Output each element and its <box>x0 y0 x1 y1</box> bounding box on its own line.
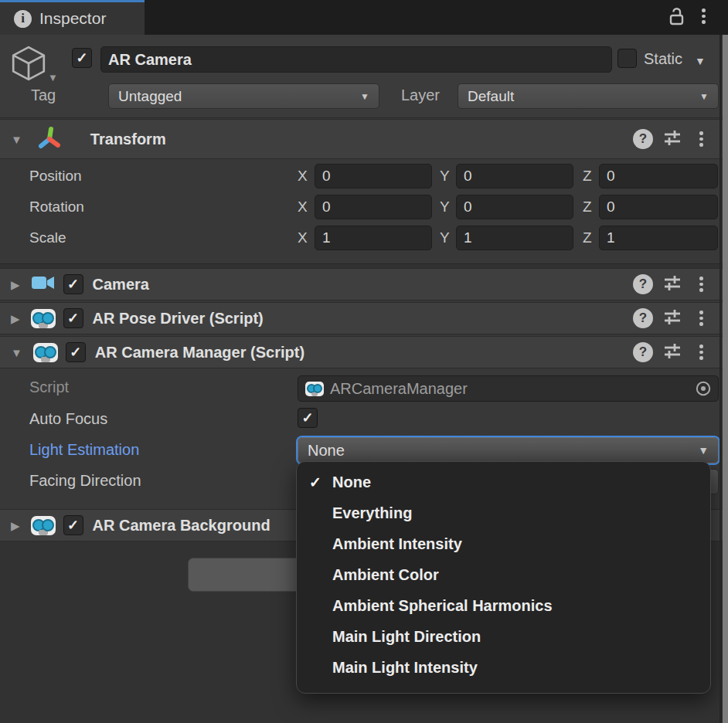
ar-pose-driver-presets-icon[interactable] <box>662 307 682 329</box>
camera-title: Camera <box>93 276 149 294</box>
light-estimation-menu: ✓ None Everything Ambient Intensity Ambi… <box>296 461 711 694</box>
rotation-label: Rotation <box>29 199 84 216</box>
transform-help-icon[interactable]: ? <box>633 129 653 149</box>
ar-pose-driver-help-icon[interactable]: ? <box>633 308 653 328</box>
unity-inspector-panel: i Inspector ▼ ✓ <box>0 0 728 723</box>
menu-item-none[interactable]: ✓ None <box>297 467 710 497</box>
static-checkbox[interactable] <box>617 49 637 68</box>
tab-inspector[interactable]: i Inspector <box>0 0 145 35</box>
ar-pose-driver-enabled-checkbox[interactable]: ✓ <box>63 308 83 328</box>
transform-title: Transform <box>90 131 166 148</box>
tab-bar: i Inspector <box>0 0 728 35</box>
ar-pose-driver-foldout-icon[interactable]: ▶ <box>11 313 20 324</box>
transform-header[interactable]: ▼ Transform ? <box>0 119 728 159</box>
layer-dropdown-arrow-icon: ▼ <box>699 92 709 101</box>
camera-presets-icon[interactable] <box>662 273 682 295</box>
facing-direction-label: Facing Direction <box>29 472 141 490</box>
axis-x-label: X <box>298 229 308 246</box>
scale-x-input[interactable]: 1 <box>315 226 432 250</box>
ar-pose-driver-header[interactable]: ▶ ✓ AR Pose Driver (Script) ? <box>0 302 728 334</box>
axis-z-label: Z <box>583 229 592 246</box>
ar-camera-background-title: AR Camera Background <box>93 517 270 535</box>
info-icon: i <box>14 10 32 28</box>
scale-z-input[interactable]: 1 <box>599 226 718 250</box>
cube-expander-icon[interactable]: ▼ <box>48 73 58 83</box>
static-dropdown-arrow-icon[interactable]: ▼ <box>695 56 706 66</box>
ar-camera-background-foldout-icon[interactable]: ▶ <box>11 520 20 531</box>
ar-camera-manager-title: AR Camera Manager (Script) <box>95 344 304 362</box>
ar-pose-driver-kebab-icon[interactable] <box>699 311 703 326</box>
gameobject-cube-icon[interactable] <box>9 44 48 86</box>
ar-camera-manager-presets-icon[interactable] <box>662 341 682 363</box>
script-object-field[interactable]: ARCameraManager <box>298 375 719 402</box>
ar-camera-background-enabled-checkbox[interactable]: ✓ <box>63 515 83 535</box>
menu-item-ambient-color[interactable]: Ambient Color <box>297 559 710 590</box>
layer-dropdown[interactable]: Default ▼ <box>458 83 719 109</box>
panel-right-border <box>719 35 722 723</box>
script-label: Script <box>29 378 69 396</box>
ar-goggles-icon <box>31 516 56 535</box>
menu-item-main-light-intensity[interactable]: Main Light Intensity <box>297 652 710 683</box>
tab-kebab-menu-icon[interactable] <box>702 8 706 24</box>
tab-title: Inspector <box>39 9 106 28</box>
active-checkbox[interactable]: ✓ <box>72 48 92 68</box>
scale-y-input[interactable]: 1 <box>456 226 573 250</box>
ar-goggles-icon <box>33 343 58 362</box>
object-picker-icon[interactable] <box>695 380 712 397</box>
ar-camera-manager-foldout-icon[interactable]: ▼ <box>11 347 22 358</box>
layer-label: Layer <box>401 87 440 104</box>
camera-kebab-icon[interactable] <box>699 277 703 292</box>
axis-y-label: Y <box>440 199 450 216</box>
tag-dropdown-arrow-icon: ▼ <box>360 92 369 101</box>
name-input[interactable]: AR Camera <box>100 46 612 73</box>
light-estimation-dropdown[interactable]: None ▼ <box>298 437 719 463</box>
scale-label: Scale <box>29 229 66 246</box>
transform-presets-icon[interactable] <box>662 128 682 150</box>
light-estimation-dropdown-arrow-icon: ▼ <box>698 445 709 456</box>
camera-enabled-checkbox[interactable]: ✓ <box>63 274 83 294</box>
camera-help-icon[interactable]: ? <box>633 274 653 294</box>
ar-goggles-icon <box>305 382 324 396</box>
axis-x-label: X <box>298 199 308 216</box>
transform-icon <box>36 124 63 154</box>
axis-y-label: Y <box>440 168 450 185</box>
rotation-x-input[interactable]: 0 <box>315 195 432 219</box>
axis-z-label: Z <box>583 199 592 216</box>
transform-kebab-icon[interactable] <box>699 131 703 147</box>
ar-pose-driver-title: AR Pose Driver (Script) <box>93 310 264 328</box>
ar-camera-manager-header[interactable]: ▼ ✓ AR Camera Manager (Script) ? <box>0 336 728 368</box>
camera-foldout-icon[interactable]: ▶ <box>11 279 20 290</box>
position-z-input[interactable]: 0 <box>599 164 718 188</box>
rotation-y-input[interactable]: 0 <box>456 195 573 219</box>
vertical-scrollbar[interactable] <box>723 35 728 723</box>
light-estimation-label: Light Estimation <box>29 441 139 459</box>
ar-camera-manager-kebab-icon[interactable] <box>699 345 703 360</box>
axis-y-label: Y <box>440 229 450 246</box>
transform-foldout-icon[interactable]: ▼ <box>11 134 22 145</box>
position-y-input[interactable]: 0 <box>456 164 573 188</box>
ar-goggles-icon <box>31 309 56 328</box>
ar-camera-manager-enabled-checkbox[interactable]: ✓ <box>66 342 86 362</box>
position-label: Position <box>29 168 82 185</box>
auto-focus-label: Auto Focus <box>29 410 107 428</box>
tag-dropdown[interactable]: Untagged ▼ <box>108 83 379 109</box>
camera-component-header[interactable]: ▶ ✓ Camera ? <box>0 268 728 300</box>
position-x-input[interactable]: 0 <box>315 164 432 188</box>
menu-item-main-light-direction[interactable]: Main Light Direction <box>297 621 710 652</box>
static-label: Static <box>644 50 682 68</box>
axis-z-label: Z <box>583 168 592 185</box>
selected-check-icon: ✓ <box>309 474 321 491</box>
tag-label: Tag <box>31 87 56 104</box>
camera-icon <box>31 273 56 295</box>
menu-item-everything[interactable]: Everything <box>297 497 710 528</box>
gameobject-header: ▼ ✓ AR Camera Static ▼ Tag Untagged ▼ La… <box>0 35 728 118</box>
menu-item-ambient-spherical-harmonics[interactable]: Ambient Spherical Harmonics <box>297 590 710 621</box>
lock-open-icon[interactable] <box>668 7 686 30</box>
auto-focus-checkbox[interactable]: ✓ <box>298 408 318 428</box>
ar-camera-manager-help-icon[interactable]: ? <box>633 342 653 362</box>
menu-item-ambient-intensity[interactable]: Ambient Intensity <box>297 528 710 559</box>
axis-x-label: X <box>298 168 308 185</box>
rotation-z-input[interactable]: 0 <box>599 195 718 219</box>
